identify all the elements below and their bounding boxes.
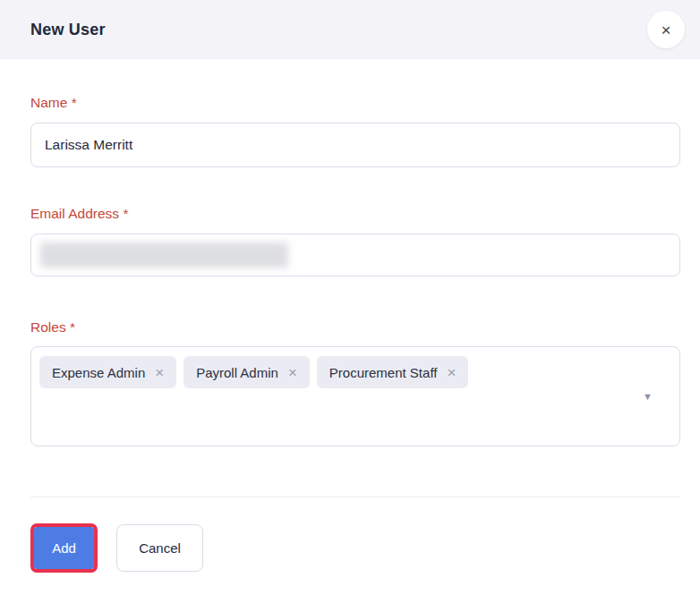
dropdown-arrow-icon[interactable]: ▼ bbox=[643, 391, 653, 402]
roles-field-group: Roles * Expense Admin × Payroll Admin × … bbox=[30, 276, 680, 446]
new-user-dialog: New User × Name * Larissa Merritt Email … bbox=[0, 0, 700, 612]
dialog-title: New User bbox=[30, 21, 647, 39]
chip-remove-icon[interactable]: × bbox=[288, 365, 297, 380]
role-chip-label: Expense Admin bbox=[52, 365, 145, 380]
name-input-value: Larissa Merritt bbox=[45, 137, 132, 153]
email-field-group: Email Address * bbox=[30, 167, 680, 276]
cancel-button[interactable]: Cancel bbox=[116, 524, 203, 572]
actions-row: Add Cancel bbox=[30, 524, 680, 572]
close-button[interactable]: × bbox=[647, 11, 685, 48]
chip-remove-icon[interactable]: × bbox=[155, 365, 164, 380]
role-chip-label: Procurement Staff bbox=[329, 365, 438, 380]
roles-chip-list: Expense Admin × Payroll Admin × Procurem… bbox=[39, 356, 636, 388]
name-field-group: Name * Larissa Merritt bbox=[30, 59, 680, 167]
chip-remove-icon[interactable]: × bbox=[447, 365, 456, 380]
roles-multiselect[interactable]: Expense Admin × Payroll Admin × Procurem… bbox=[30, 346, 680, 446]
email-redacted-value bbox=[40, 242, 288, 268]
role-chip-expense-admin: Expense Admin × bbox=[39, 356, 176, 388]
name-label: Name * bbox=[30, 59, 680, 111]
dialog-header: New User × bbox=[0, 0, 700, 59]
email-label: Email Address * bbox=[30, 167, 680, 222]
roles-label: Roles * bbox=[30, 276, 680, 336]
dialog-body: Name * Larissa Merritt Email Address * R… bbox=[0, 59, 700, 572]
role-chip-payroll-admin: Payroll Admin × bbox=[184, 356, 310, 388]
footer-divider bbox=[30, 497, 680, 497]
role-chip-procurement-staff: Procurement Staff × bbox=[317, 356, 469, 388]
name-input[interactable]: Larissa Merritt bbox=[30, 123, 680, 167]
role-chip-label: Payroll Admin bbox=[196, 365, 278, 380]
email-input[interactable] bbox=[30, 234, 680, 276]
add-button[interactable]: Add bbox=[34, 527, 94, 569]
close-icon: × bbox=[661, 21, 670, 38]
